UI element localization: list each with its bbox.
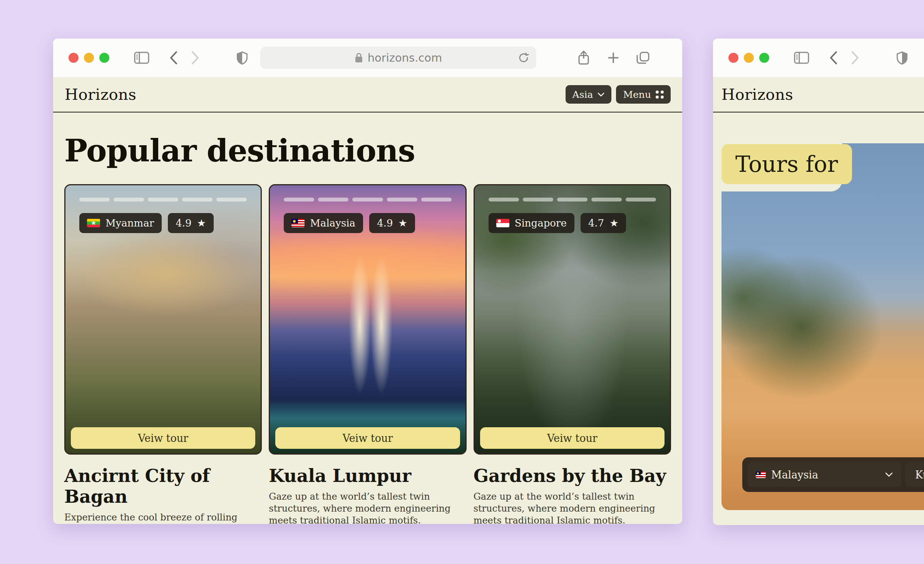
back-button[interactable] [169,51,178,65]
forward-button[interactable] [851,51,859,65]
story-progress-bar [79,198,247,201]
site-logo[interactable]: Horizons [65,86,136,103]
chevron-down-icon [885,472,893,477]
minimize-window-button[interactable] [84,53,94,63]
singapore-flag-icon [496,219,509,227]
country-select[interactable]: Malaysia [747,462,901,487]
story-progress-bar [489,198,656,201]
minimize-window-button[interactable] [744,53,754,63]
back-button[interactable] [829,51,838,65]
tour-filter-bar: Malaysia Kuala [742,457,924,492]
zoom-window-button[interactable] [99,53,109,63]
browser-toolbar: horizons.com [53,39,682,77]
privacy-shield-icon[interactable] [236,51,248,65]
card-title: Ancirnt City of Bagan [64,465,262,507]
destination-card-kuala-lumpur: Malaysia 4.9 ★ Veiw tour Kuala Lumpur Ga… [269,184,466,524]
site-header: Horizons Asia Menu [53,77,682,112]
refresh-button[interactable] [518,52,529,64]
rating-badge: 4.7 ★ [581,213,626,233]
browser-window-left: horizons.com Horizons Asia Menu [53,39,682,524]
share-button[interactable] [577,50,590,65]
rating-badge: 4.9 ★ [168,213,214,233]
address-bar[interactable]: horizons.com [260,47,536,69]
city-select[interactable]: Kuala [905,462,924,487]
view-tour-button[interactable]: Veiw tour [275,427,460,449]
browser-toolbar [713,39,924,77]
tab-overview-button[interactable] [636,51,650,65]
forward-button[interactable] [191,51,199,65]
view-tour-button[interactable]: Veiw tour [480,427,665,449]
destination-card-gardens-by-the-bay: Singapore 4.7 ★ Veiw tour Gardens by the… [474,184,671,524]
window-controls [69,53,109,63]
view-tour-button[interactable]: Veiw tour [71,427,255,449]
region-dropdown-button[interactable]: Asia [566,85,612,104]
country-badge: Myanmar [79,213,162,233]
card-title: Gardens by the Bay [474,465,671,486]
card-description: Gaze up at the world’s tallest twin stru… [269,491,466,524]
new-tab-button[interactable] [607,52,619,64]
malaysia-flag-icon [291,219,305,227]
card-description: Experience the cool breeze of rolling em… [64,512,262,524]
story-progress-bar [284,198,451,201]
card-photo-kuala-lumpur[interactable]: Malaysia 4.9 ★ Veiw tour [269,184,466,455]
destination-cards: Myanmar 4.9 ★ Veiw tour Ancirnt City of … [64,184,671,524]
card-description: Gaze up at the world’s tallest twin stru… [474,491,671,524]
lock-icon [355,52,363,63]
card-title: Kuala Lumpur [269,465,466,486]
close-window-button[interactable] [728,53,738,63]
grid-dots-icon [656,91,664,99]
star-icon: ★ [398,217,407,229]
site-header: Horizons [713,77,924,112]
star-icon: ★ [609,217,618,229]
close-window-button[interactable] [69,53,79,63]
tours-section: Tours for Malaysia Kuala [713,112,924,525]
sidebar-toggle-button[interactable] [794,52,809,64]
myanmar-flag-icon [87,219,100,227]
country-badge: Malaysia [284,213,363,233]
rating-badge: 4.9 ★ [369,213,415,233]
beach-hero-photo [721,143,924,510]
page-title: Popular destinations [64,133,671,169]
destination-card-bagan: Myanmar 4.9 ★ Veiw tour Ancirnt City of … [64,184,262,524]
sidebar-toggle-button[interactable] [134,52,149,64]
menu-button[interactable]: Menu [616,85,671,104]
country-badge: Singapore [489,213,574,233]
window-controls [728,53,769,63]
site-logo[interactable]: Horizons [721,86,793,103]
card-photo-gardens[interactable]: Singapore 4.7 ★ Veiw tour [474,184,671,455]
popular-destinations-section: Popular destinations Myanmar [53,133,682,524]
chevron-down-icon [598,92,604,97]
star-icon: ★ [197,217,206,229]
malaysia-flag-icon [756,472,766,478]
browser-window-right: Horizons Tours for Malaysia Kuala [713,39,924,525]
zoom-window-button[interactable] [759,53,769,63]
privacy-shield-icon[interactable] [896,51,908,65]
url-text: horizons.com [368,51,442,64]
tours-for-label: Tours for [721,144,852,184]
card-photo-bagan[interactable]: Myanmar 4.9 ★ Veiw tour [64,184,262,455]
